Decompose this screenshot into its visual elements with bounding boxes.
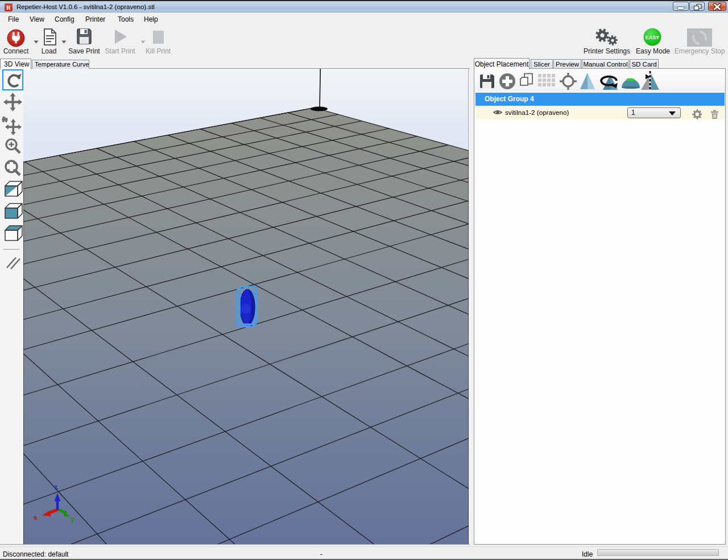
svg-text:R: R <box>6 4 11 11</box>
svg-text:y: y <box>71 515 75 523</box>
svg-text:EASY: EASY <box>646 35 660 40</box>
